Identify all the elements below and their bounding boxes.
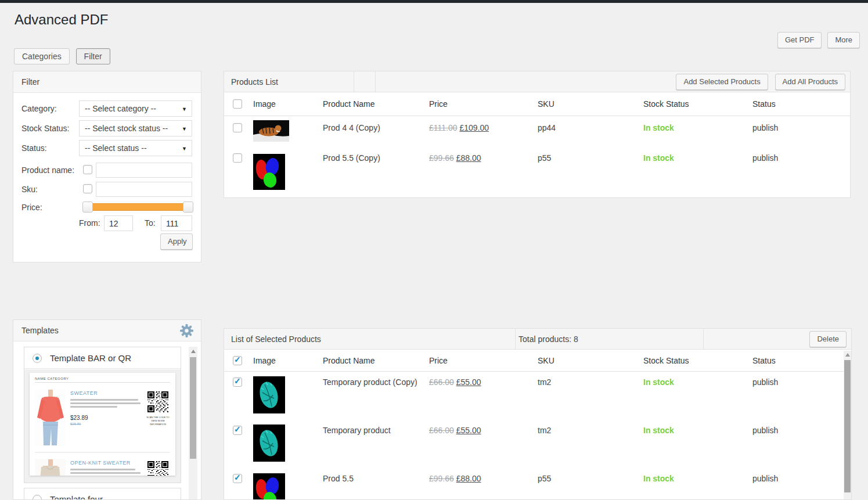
total-products-count: Total products: 8 <box>518 329 578 350</box>
description-line <box>70 472 141 474</box>
selected-products-header: List of Selected Products Total products… <box>224 329 851 350</box>
description-line <box>70 406 117 408</box>
templates-scrollbar[interactable] <box>189 347 197 499</box>
stock-status: In stock <box>643 123 674 132</box>
stock-status: In stock <box>643 153 674 163</box>
filter-row-sku: Sku: <box>13 181 201 197</box>
template-preview-page: Name Category <box>30 373 175 476</box>
delete-button[interactable]: Delete <box>809 331 847 347</box>
row-checkbox[interactable] <box>233 123 242 132</box>
publish-status: publish <box>752 153 778 163</box>
product-name-checkbox[interactable] <box>83 165 92 174</box>
tab-bar: Categories Filter <box>14 48 114 64</box>
filter-row-category: Category: -- Select category -- ▼ <box>13 100 201 117</box>
products-list-header: Products List Add Selected Products Add … <box>224 71 850 92</box>
chevron-down-icon: ▼ <box>182 141 187 156</box>
selected-products-scrollbar[interactable] <box>844 351 851 499</box>
column-image: Image <box>253 350 276 372</box>
apply-button[interactable]: Apply <box>160 233 193 250</box>
current-price[interactable]: £88.00 <box>456 153 481 163</box>
product-name: Temporary product (Copy) <box>323 377 417 387</box>
scroll-up-arrow-icon[interactable] <box>191 350 196 353</box>
publish-status: publish <box>752 426 778 435</box>
tab-categories[interactable]: Categories <box>14 48 70 64</box>
current-price[interactable]: £55.00 <box>456 426 481 435</box>
template-product-title: Sweater <box>70 390 141 396</box>
add-all-products-button[interactable]: Add All Products <box>775 74 845 90</box>
price-slider-handle-min[interactable] <box>82 202 93 213</box>
template-radio-row[interactable]: Template BAR or QR <box>24 347 181 369</box>
status-label: Status: <box>21 140 47 156</box>
row-checkbox[interactable] <box>233 153 242 163</box>
template-option-bar-or-qr: Template BAR or QR Name Category <box>24 347 181 483</box>
product-name: Prod 5.5 (Copy) <box>323 153 380 163</box>
sku-input[interactable] <box>96 182 192 197</box>
template-radio-selected[interactable] <box>33 354 42 363</box>
publish-status: publish <box>752 123 778 132</box>
gear-icon[interactable] <box>179 323 195 340</box>
template-category-header: Name Category <box>35 377 170 383</box>
scrollbar-thumb[interactable] <box>190 357 196 459</box>
price-to-input[interactable] <box>161 215 192 231</box>
scrollbar-thumb[interactable] <box>844 360 851 492</box>
current-price[interactable]: £109.00 <box>459 123 489 132</box>
template-label: Template four <box>50 488 103 500</box>
product-sku: tm2 <box>538 426 551 435</box>
table-row: Temporary product (Copy) £66.00 £55.00 t… <box>224 372 851 420</box>
product-sku: tm2 <box>538 377 551 387</box>
current-price[interactable]: £88.00 <box>456 474 481 483</box>
product-image-teal-blob <box>253 425 285 463</box>
product-price: £111.00 £109.00 <box>429 123 489 132</box>
product-name: Prod 5.5 <box>323 474 354 483</box>
template-product-price: $23.89 <box>70 415 141 421</box>
get-pdf-button[interactable]: Get PDF <box>777 32 822 48</box>
filter-panel-header: Filter <box>13 71 201 93</box>
product-image-teal-blob <box>253 376 285 415</box>
tab-filter[interactable]: Filter <box>76 48 110 64</box>
price-range-slider[interactable] <box>84 203 192 211</box>
product-image-rgb-blob <box>253 473 285 500</box>
row-checkbox[interactable] <box>233 377 242 387</box>
status-select[interactable]: -- Select status -- ▼ <box>79 140 192 156</box>
status-select-value: -- Select status -- <box>85 143 147 153</box>
select-all-checkbox[interactable] <box>233 356 242 365</box>
stock-status: In stock <box>643 377 674 387</box>
template-preview-product: Sweater $23.89 $25.89 <box>35 387 170 453</box>
filter-row-status: Status: -- Select status -- ▼ <box>13 140 201 156</box>
price-label: Price: <box>21 199 42 215</box>
column-sku: SKU <box>538 350 554 372</box>
stock-status-select[interactable]: -- Select stock status -- ▼ <box>79 120 192 136</box>
template-radio-unselected[interactable] <box>33 495 42 500</box>
qr-caption: Scan the code to view more information <box>146 416 170 426</box>
price-slider-handle-max[interactable] <box>183 202 193 213</box>
column-status: Status <box>752 92 776 116</box>
template-label: Template BAR or QR <box>50 347 131 369</box>
templates-panel-header: Templates <box>13 320 201 341</box>
product-sku: pp44 <box>538 123 556 132</box>
stock-status-select-value: -- Select stock status -- <box>85 124 168 133</box>
page-title: Advanced PDF <box>15 12 108 28</box>
publish-status: publish <box>752 474 778 483</box>
row-checkbox[interactable] <box>233 474 242 483</box>
add-selected-products-button[interactable]: Add Selected Products <box>676 74 768 90</box>
template-option-four: Template four <box>24 488 181 500</box>
sku-label: Sku: <box>21 181 38 197</box>
description-line <box>70 399 138 401</box>
category-select[interactable]: -- Select category -- ▼ <box>79 100 192 117</box>
more-button[interactable]: More <box>827 32 860 48</box>
sku-checkbox[interactable] <box>83 184 92 193</box>
template-product-title: Open-knit sweater <box>70 460 141 466</box>
current-price[interactable]: £55.00 <box>456 377 481 387</box>
column-price: Price <box>429 350 448 372</box>
price-from-input[interactable] <box>104 215 133 231</box>
scroll-up-arrow-icon[interactable] <box>845 353 850 357</box>
template-radio-row[interactable]: Template four <box>24 488 181 500</box>
product-name-input[interactable] <box>96 163 192 178</box>
column-product-name: Product Name <box>323 350 374 372</box>
row-checkbox[interactable] <box>233 426 242 435</box>
chevron-down-icon: ▼ <box>182 102 187 117</box>
column-status: Status <box>752 350 776 372</box>
old-price: £99.66 <box>429 153 454 163</box>
select-all-checkbox[interactable] <box>233 99 242 109</box>
page-actions: Get PDF More <box>774 32 860 48</box>
